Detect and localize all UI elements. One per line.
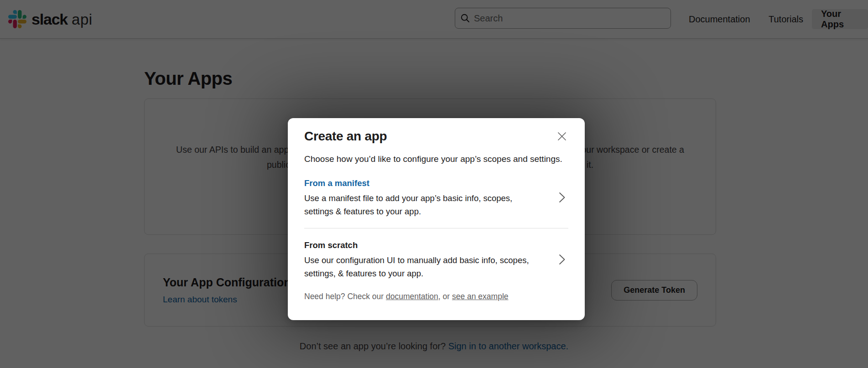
help-separator: , or — [438, 292, 452, 301]
modal-help-note: Need help? Check our documentation, or s… — [304, 292, 568, 301]
see-an-example-link[interactable]: see an example — [452, 292, 509, 301]
option-from-scratch[interactable]: From scratch Use our configuration UI to… — [304, 228, 568, 280]
documentation-link[interactable]: documentation — [386, 292, 438, 301]
option-heading-from-scratch: From scratch — [304, 238, 551, 252]
option-heading-from-a-manifest: From a manifest — [304, 176, 551, 190]
modal-title: Create an app — [304, 128, 387, 145]
chevron-right-icon — [559, 192, 566, 203]
option-from-a-manifest[interactable]: From a manifest Use a manifest file to a… — [304, 176, 568, 228]
help-prefix: Need help? Check our — [304, 292, 386, 301]
modal-subtitle: Choose how you’d like to configure your … — [304, 153, 568, 166]
option-desc-from-scratch: Use our configuration UI to manually add… — [304, 254, 551, 280]
create-an-app-modal: Create an app Choose how you’d like to c… — [288, 118, 585, 320]
chevron-right-icon — [559, 254, 566, 265]
option-desc-from-a-manifest: Use a manifest file to add your app’s ba… — [304, 192, 551, 218]
close-icon — [556, 131, 567, 142]
modal-close-button[interactable] — [556, 130, 568, 143]
